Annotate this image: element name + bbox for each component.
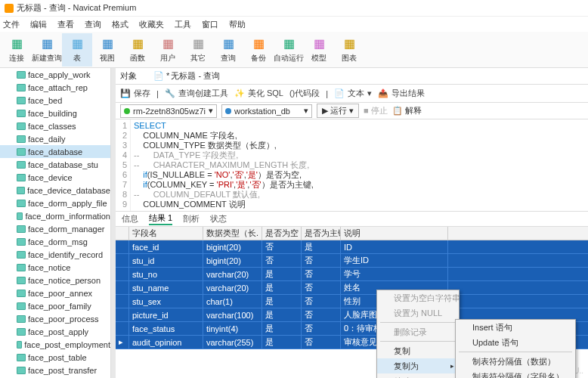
- table-icon: [17, 71, 26, 79]
- tree-item[interactable]: face_dorm_manager: [0, 222, 110, 235]
- column-header[interactable]: [116, 227, 129, 240]
- tree-item[interactable]: face_post_apply: [0, 325, 110, 338]
- toolbar-自动运行[interactable]: ▦自动运行: [274, 33, 304, 67]
- tree-item[interactable]: face_database_stu: [0, 158, 110, 171]
- tree-item[interactable]: face_notice_person: [0, 274, 110, 287]
- title-bar: 无标题 - 查询 - Navicat Premium: [0, 0, 588, 17]
- toolbar-表[interactable]: ▦表: [62, 33, 92, 67]
- toolbar-图表[interactable]: ▦图表: [334, 33, 364, 67]
- menu-item[interactable]: Insert 语句: [456, 320, 575, 335]
- tree-item[interactable]: face_daily: [0, 132, 110, 145]
- export-button[interactable]: 📤 导出结果: [378, 88, 425, 99]
- menu-item[interactable]: 复制为: [377, 358, 459, 373]
- table-icon: [17, 354, 26, 361]
- table-icon: [17, 264, 26, 271]
- tree-item[interactable]: face_building: [0, 107, 110, 119]
- column-header[interactable]: 数据类型（长.: [203, 227, 262, 240]
- grid-header: 字段名数据类型（长.是否为空是否为主键说明: [116, 227, 588, 240]
- result-tab[interactable]: 信息: [122, 213, 138, 225]
- menu-item: 设置为 NULL: [377, 305, 459, 321]
- menu-item[interactable]: 制表符分隔值（数据）: [456, 354, 575, 369]
- tree-item[interactable]: face_poor_annex: [0, 287, 110, 299]
- toolbar-模型[interactable]: ▦模型: [304, 33, 334, 67]
- table-icon: [17, 110, 26, 117]
- tree-item[interactable]: face_post_transfer: [0, 364, 110, 376]
- tree-item[interactable]: face_classes: [0, 119, 110, 132]
- table-row[interactable]: stu_idbigint(20)否否学生ID: [116, 254, 588, 268]
- tree-item[interactable]: face_poor_family: [0, 299, 110, 312]
- tree-item[interactable]: face_poor_process: [0, 312, 110, 325]
- result-tab[interactable]: 结果 1: [149, 212, 172, 225]
- tab-objects[interactable]: 对象: [120, 70, 137, 82]
- tree-item[interactable]: face_notice: [0, 261, 110, 274]
- context-submenu-copyas[interactable]: Insert 语句Update 语句制表符分隔值（数据）制表符分隔值（字段名）制…: [455, 319, 576, 378]
- menu-编辑[interactable]: 编辑: [30, 19, 47, 30]
- toolbar-连接[interactable]: ▦连接: [2, 33, 32, 67]
- server-select[interactable]: rm-2zetn83n05wz7i▾: [120, 104, 217, 118]
- tree-item[interactable]: face_dorm_apply_file: [0, 197, 110, 209]
- tab-query[interactable]: 📄 * 无标题 - 查询: [153, 70, 220, 82]
- menu-item[interactable]: Update 语句: [456, 335, 575, 350]
- menu-item: 设置为空白字符串: [377, 290, 459, 305]
- menu-格式[interactable]: 格式: [112, 19, 128, 30]
- table-icon: [17, 187, 25, 194]
- result-tab[interactable]: 剖析: [183, 213, 200, 225]
- table-icon: [17, 161, 26, 169]
- tree-item[interactable]: face_database: [0, 145, 110, 158]
- table-icon: [17, 225, 26, 233]
- toolbar-备份[interactable]: ▦备份: [243, 33, 274, 67]
- table-icon: [17, 367, 26, 374]
- tree-item[interactable]: face_apply_work: [0, 68, 110, 81]
- result-tab[interactable]: 状态: [210, 213, 227, 225]
- menu-查看[interactable]: 查看: [57, 19, 74, 30]
- menu-收藏夹[interactable]: 收藏夹: [139, 19, 164, 30]
- table-icon: [17, 84, 26, 91]
- tree-item[interactable]: face_post_table: [0, 351, 110, 364]
- tree-item[interactable]: face_dorm_msg: [0, 235, 110, 248]
- menu-文件[interactable]: 文件: [3, 19, 20, 30]
- tree-item[interactable]: face_device: [0, 171, 110, 184]
- database-select[interactable]: workstation_db▾: [221, 104, 312, 118]
- column-header[interactable]: 是否为主键: [302, 227, 341, 240]
- toolbar-函数[interactable]: ▦函数: [122, 33, 153, 67]
- text-button[interactable]: 📄 文本 ▾: [334, 88, 372, 99]
- context-menu[interactable]: 设置为空白字符串设置为 NULL删除记录复制复制为粘贴显示: [376, 290, 460, 378]
- sql-editor[interactable]: 123456789 SELECT COLUMN_NAME 字段名, COLUMN…: [116, 119, 588, 212]
- toolbar-查询[interactable]: ▦查询: [213, 33, 243, 67]
- tree-item[interactable]: face_dorm_information: [0, 209, 110, 222]
- table-row[interactable]: stu_sexchar(1)是否性别: [116, 295, 588, 308]
- query-builder-button[interactable]: 🔧 查询创建工具: [165, 88, 228, 99]
- result-tabs: 信息结果 1剖析状态: [116, 212, 588, 227]
- menu-item[interactable]: 复制: [377, 343, 459, 358]
- tree-item[interactable]: face_identify_record: [0, 248, 110, 261]
- tree-item[interactable]: face_post_employment: [0, 338, 110, 351]
- menu-item[interactable]: 制表符分隔值（字段名）: [456, 369, 575, 378]
- column-header[interactable]: 说明: [341, 227, 448, 240]
- query-toolbar: 💾 保存 | 🔧 查询创建工具 ✨ 美化 SQL ()代码段 | 📄 文本 ▾ …: [116, 85, 588, 103]
- tree-item[interactable]: face_bed: [0, 94, 110, 107]
- object-tree[interactable]: face_apply_workface_attach_repface_bedfa…: [0, 68, 111, 378]
- tree-item[interactable]: face_device_database: [0, 184, 110, 197]
- explain-button[interactable]: 📋 解释: [392, 105, 422, 116]
- table-icon: [17, 251, 26, 259]
- toolbar-视图[interactable]: ▦视图: [92, 33, 122, 67]
- beautify-button[interactable]: ✨ 美化 SQL: [234, 88, 283, 99]
- menu-帮助[interactable]: 帮助: [229, 19, 246, 30]
- snippet-button[interactable]: ()代码段: [289, 88, 320, 99]
- tree-item[interactable]: face_attach_rep: [0, 81, 110, 94]
- table-row[interactable]: face_idbigint(20)否是ID: [116, 240, 588, 254]
- table-row[interactable]: stu_novarchar(20)是否学号: [116, 268, 588, 281]
- toolbar-新建查询[interactable]: ▦新建查询: [32, 33, 62, 67]
- run-button[interactable]: ▶ 运行 ▾: [317, 104, 359, 118]
- menu-窗口[interactable]: 窗口: [202, 19, 218, 30]
- save-button[interactable]: 💾 保存: [120, 88, 150, 99]
- table-row[interactable]: stu_namevarchar(20)是否姓名: [116, 281, 588, 295]
- menu-查询[interactable]: 查询: [85, 19, 101, 30]
- column-header[interactable]: 字段名: [129, 227, 203, 240]
- table-icon: [17, 238, 26, 246]
- toolbar-其它[interactable]: ▦其它: [183, 33, 213, 67]
- column-header[interactable]: 是否为空: [262, 227, 302, 240]
- connection-bar: rm-2zetn83n05wz7i▾ workstation_db▾ ▶ 运行 …: [116, 103, 588, 119]
- toolbar-用户[interactable]: ▦用户: [153, 33, 183, 67]
- menu-工具[interactable]: 工具: [175, 19, 191, 30]
